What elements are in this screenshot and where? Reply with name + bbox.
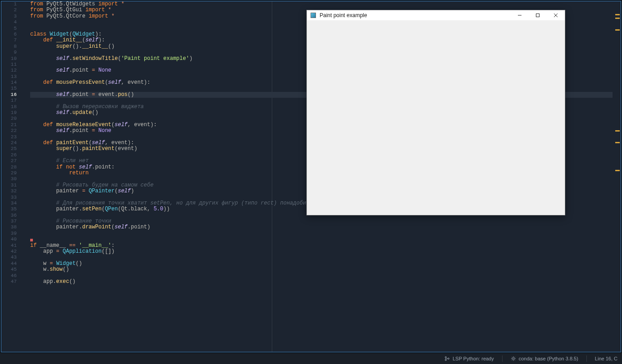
line-number[interactable]: 17 xyxy=(1,98,17,104)
line-number[interactable]: 34 xyxy=(1,200,17,206)
line-number[interactable]: 11 xyxy=(1,62,17,68)
app-title: Paint point example xyxy=(320,12,511,18)
line-number[interactable]: 10 xyxy=(1,56,17,62)
line-number[interactable]: 35 xyxy=(1,206,17,212)
eol-marker xyxy=(30,239,33,241)
app-titlebar[interactable]: Paint point example xyxy=(307,10,565,20)
line-number[interactable]: 39 xyxy=(1,231,17,237)
line-number[interactable]: 28 xyxy=(1,164,17,170)
line-number[interactable]: 46 xyxy=(1,273,17,279)
line-number[interactable]: 30 xyxy=(1,176,17,182)
line-number[interactable]: 7 xyxy=(1,37,17,43)
code-line[interactable] xyxy=(30,273,613,279)
line-number[interactable]: 42 xyxy=(1,249,17,255)
app-icon xyxy=(310,12,317,19)
code-line[interactable]: app = QApplication([]) xyxy=(30,249,613,255)
line-number[interactable]: 45 xyxy=(1,267,17,273)
line-number[interactable]: 14 xyxy=(1,80,17,86)
line-number[interactable]: 27 xyxy=(1,158,17,164)
line-number[interactable]: 9 xyxy=(1,50,17,55)
line-number[interactable]: 47 xyxy=(1,279,17,285)
line-number[interactable]: 3 xyxy=(1,14,17,19)
code-line[interactable]: w.show() xyxy=(30,267,613,273)
line-number[interactable]: 40 xyxy=(1,237,17,242)
code-line[interactable] xyxy=(30,231,613,237)
code-line[interactable]: app.exec() xyxy=(30,279,613,285)
minimize-button[interactable] xyxy=(511,10,529,20)
line-number[interactable]: 38 xyxy=(1,224,17,230)
branch-icon xyxy=(444,356,450,361)
line-number[interactable]: 6 xyxy=(1,32,17,37)
code-line[interactable]: painter.drawPoint(self.point) xyxy=(30,224,613,230)
code-line[interactable]: # Рисование точки xyxy=(30,218,613,224)
status-separator xyxy=(502,355,503,362)
line-number[interactable]: 29 xyxy=(1,170,17,176)
line-number[interactable]: 5 xyxy=(1,26,17,32)
svg-point-7 xyxy=(512,358,514,359)
status-conda[interactable]: conda: base (Python 3.8.5) xyxy=(511,356,578,361)
line-number[interactable]: 18 xyxy=(1,104,17,110)
line-number[interactable]: 8 xyxy=(1,44,17,50)
svg-rect-1 xyxy=(536,14,540,17)
status-lsp[interactable]: LSP Python: ready xyxy=(444,356,494,361)
line-number[interactable]: 43 xyxy=(1,255,17,260)
line-number[interactable]: 32 xyxy=(1,188,17,194)
status-bar: LSP Python: ready conda: base (Python 3.… xyxy=(0,353,622,364)
close-button[interactable] xyxy=(547,10,565,20)
line-number[interactable]: 1 xyxy=(1,1,17,7)
line-number[interactable]: 4 xyxy=(1,19,17,25)
app-body[interactable] xyxy=(307,20,565,215)
line-number[interactable]: 19 xyxy=(1,110,17,116)
line-number[interactable]: 2 xyxy=(1,7,17,13)
line-number[interactable]: 36 xyxy=(1,213,17,218)
line-number-gutter[interactable]: 1234567891011121314151617181920212223242… xyxy=(1,1,19,352)
minimap-mark[interactable] xyxy=(615,29,620,31)
code-line[interactable]: w = Widget() xyxy=(30,261,613,267)
line-number[interactable]: 21 xyxy=(1,122,17,128)
line-number[interactable]: 41 xyxy=(1,243,17,249)
line-number[interactable]: 24 xyxy=(1,140,17,146)
minimap-mark[interactable] xyxy=(615,18,620,19)
line-number[interactable]: 37 xyxy=(1,218,17,224)
line-number[interactable]: 20 xyxy=(1,116,17,122)
svg-point-4 xyxy=(445,357,447,358)
status-lsp-text: LSP Python: ready xyxy=(453,356,494,361)
minimap[interactable] xyxy=(613,1,621,352)
line-number[interactable]: 23 xyxy=(1,134,17,140)
app-window[interactable]: Paint point example xyxy=(306,10,565,215)
line-number[interactable]: 16 xyxy=(1,92,17,98)
code-line[interactable] xyxy=(30,255,613,260)
code-line[interactable]: if __name__ == '__main__': xyxy=(30,243,613,249)
code-line[interactable] xyxy=(30,237,613,242)
svg-point-5 xyxy=(445,359,447,361)
line-number[interactable]: 31 xyxy=(1,182,17,188)
line-number[interactable]: 22 xyxy=(1,128,17,134)
line-number[interactable]: 44 xyxy=(1,261,17,267)
svg-point-6 xyxy=(448,358,449,359)
line-number[interactable]: 26 xyxy=(1,152,17,158)
line-number[interactable]: 33 xyxy=(1,195,17,200)
maximize-button[interactable] xyxy=(529,10,547,20)
status-position-text: Line 16, C xyxy=(595,356,617,361)
status-separator xyxy=(586,355,587,362)
code-line[interactable]: from PyQt5.QtWidgets import * xyxy=(30,1,613,7)
status-position[interactable]: Line 16, C xyxy=(595,356,617,361)
minimap-mark[interactable] xyxy=(615,14,620,15)
line-number[interactable]: 12 xyxy=(1,68,17,73)
line-number[interactable]: 25 xyxy=(1,146,17,152)
minimap-mark[interactable] xyxy=(615,130,620,132)
gear-icon xyxy=(511,356,516,361)
minimap-mark[interactable] xyxy=(615,142,620,143)
minimap-mark[interactable] xyxy=(615,170,620,171)
line-number[interactable]: 13 xyxy=(1,74,17,80)
line-number[interactable]: 15 xyxy=(1,86,17,91)
status-conda-text: conda: base (Python 3.8.5) xyxy=(519,356,578,361)
